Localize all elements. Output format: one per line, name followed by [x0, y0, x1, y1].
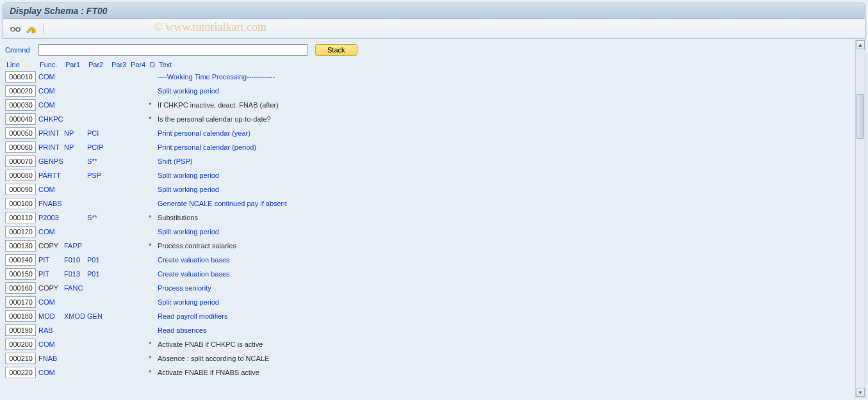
table-row: MODXMODGENRead payroll modifiers: [5, 309, 864, 323]
cell-text[interactable]: Print personal calendar (period): [158, 143, 864, 151]
line-number-input[interactable]: [5, 85, 36, 97]
cell-par1[interactable]: F013: [64, 270, 87, 278]
cell-func[interactable]: PRINT: [38, 129, 64, 137]
pencil-lock-icon[interactable]: [25, 23, 37, 35]
vertical-scrollbar[interactable]: ▲ ▼: [855, 40, 865, 397]
cell-text: Process contract salaries: [158, 242, 864, 250]
svg-point-0: [11, 28, 15, 31]
cell-func[interactable]: COM: [38, 101, 64, 109]
cell-par1[interactable]: XMOD: [64, 312, 87, 320]
header-par3: Par3: [111, 61, 131, 68]
cell-func[interactable]: COM: [38, 73, 64, 81]
cell-par2[interactable]: PCIP: [87, 143, 110, 151]
cell-d: *: [149, 355, 158, 362]
cell-func[interactable]: RAB: [38, 326, 64, 334]
cell-func[interactable]: FNABS: [38, 200, 64, 207]
cell-par1[interactable]: FANC: [64, 284, 87, 292]
svg-point-1: [16, 28, 20, 31]
cell-func[interactable]: COM: [38, 369, 64, 376]
table-row: PRINTNPPCIPPrint personal calendar (peri…: [5, 140, 864, 154]
cell-d: *: [149, 369, 158, 376]
cell-par2[interactable]: PSP: [87, 172, 110, 179]
cell-text[interactable]: Create valuation bases: [158, 270, 864, 278]
cell-text[interactable]: Split working period: [158, 87, 864, 95]
line-number-input[interactable]: [5, 170, 36, 181]
cell-func[interactable]: MOD: [38, 312, 64, 320]
cell-par1[interactable]: NP: [64, 129, 87, 137]
toolbar: [3, 19, 865, 39]
cell-d: *: [149, 242, 158, 250]
stack-button[interactable]: Stack: [315, 44, 357, 56]
scroll-down-icon[interactable]: ▼: [856, 388, 865, 397]
cell-func[interactable]: CHKPC: [38, 115, 64, 123]
cell-text[interactable]: Process seniority: [158, 284, 864, 292]
line-number-input[interactable]: [5, 339, 36, 350]
cell-text[interactable]: Split working period: [158, 298, 864, 306]
line-number-input[interactable]: [5, 156, 36, 167]
cell-text[interactable]: Shift (PSP): [158, 157, 864, 165]
cell-func[interactable]: PIT: [38, 256, 64, 264]
cell-func[interactable]: PARTT: [38, 172, 64, 179]
line-number-input[interactable]: [5, 141, 36, 153]
cell-text[interactable]: Read payroll modifiers: [158, 312, 864, 320]
cell-func[interactable]: P2003: [38, 214, 64, 221]
cell-func[interactable]: COM: [38, 340, 64, 348]
glasses-icon[interactable]: [10, 23, 21, 35]
line-number-input[interactable]: [5, 282, 36, 294]
line-number-input[interactable]: [5, 127, 36, 139]
cell-par2[interactable]: S**: [87, 157, 110, 165]
cell-par2[interactable]: S**: [87, 214, 110, 221]
line-number-input[interactable]: [5, 198, 36, 209]
cell-func[interactable]: PIT: [38, 270, 64, 278]
cell-text[interactable]: ----Working Time Processing------------: [158, 73, 864, 81]
cell-func[interactable]: COM: [38, 186, 64, 193]
cell-text[interactable]: Create valuation bases: [158, 256, 864, 264]
cell-text[interactable]: Read absences: [158, 326, 864, 334]
line-number-input[interactable]: [5, 240, 36, 252]
line-number-input[interactable]: [5, 353, 36, 364]
table-row: COM*If CHKPC inactive, deact. FNAB (afte…: [5, 98, 864, 112]
line-number-input[interactable]: [5, 99, 36, 111]
cell-func[interactable]: COM: [38, 87, 64, 95]
scroll-thumb[interactable]: [856, 94, 864, 139]
cell-par2[interactable]: GEN: [87, 312, 110, 320]
cell-func[interactable]: COM: [38, 298, 64, 306]
cell-func[interactable]: COM: [38, 228, 64, 236]
cell-par1[interactable]: NP: [64, 143, 87, 151]
header-par2: Par2: [88, 61, 111, 68]
line-number-input[interactable]: [5, 254, 36, 266]
cell-par1[interactable]: FAPP: [64, 242, 87, 250]
cell-text[interactable]: Print personal calendar (year): [158, 129, 864, 137]
scroll-up-icon[interactable]: ▲: [856, 40, 865, 49]
cell-par2[interactable]: P01: [87, 270, 110, 278]
line-number-input[interactable]: [5, 113, 36, 125]
line-number-input[interactable]: [5, 212, 36, 223]
header-func: Func.: [40, 61, 65, 68]
cell-text[interactable]: Generate NCALE continued pay if absent: [158, 200, 864, 207]
cell-func[interactable]: GENPS: [38, 157, 64, 165]
cell-func[interactable]: FNAB: [38, 355, 64, 362]
line-number-input[interactable]: [5, 367, 36, 378]
line-number-input[interactable]: [5, 296, 36, 308]
cell-func: COPY: [38, 242, 64, 250]
header-par4: Par4: [131, 61, 150, 68]
line-number-input[interactable]: [5, 226, 36, 237]
command-input[interactable]: [38, 44, 307, 56]
line-number-input[interactable]: [5, 310, 36, 322]
cell-par1[interactable]: F010: [64, 256, 87, 264]
cell-func[interactable]: PRINT: [38, 143, 64, 151]
line-number-input[interactable]: [5, 268, 36, 280]
table-row: COPYFANCProcess seniority: [5, 281, 864, 295]
header-line: Line: [5, 61, 40, 68]
cell-par2[interactable]: P01: [87, 256, 110, 264]
table-row: PRINTNPPCIPrint personal calendar (year): [5, 126, 864, 140]
cell-text[interactable]: Split working period: [158, 228, 864, 236]
line-number-input[interactable]: [5, 324, 36, 336]
table-row: COMSplit working period: [5, 225, 864, 239]
line-number-input[interactable]: [5, 71, 36, 83]
cell-par2[interactable]: PCI: [87, 129, 110, 137]
cell-text[interactable]: Split working period: [158, 186, 864, 193]
cell-text[interactable]: Split working period: [158, 172, 864, 179]
line-number-input[interactable]: [5, 184, 36, 195]
toolbar-separator: [43, 23, 44, 35]
